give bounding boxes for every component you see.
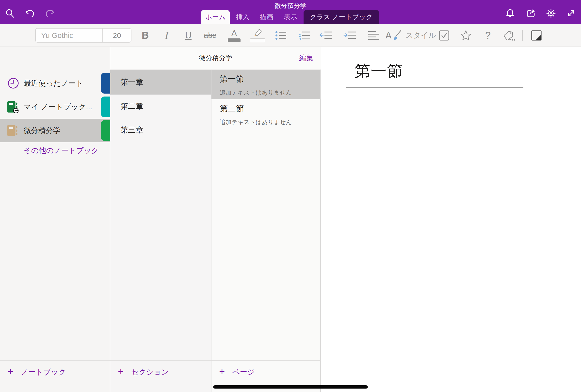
page-item-2[interactable]: 第二節 追加テキストはありません [211, 99, 320, 129]
notebooks-panel: 最近使ったノート マイ ノートブック... [0, 47, 110, 392]
main-area: 最近使ったノート マイ ノートブック... [0, 47, 581, 392]
page-item-1[interactable]: 第一節 追加テキストはありません [211, 70, 320, 99]
sections-panel: 第一章 第二章 第三章 + セクション [110, 47, 211, 392]
tag-icon [503, 30, 516, 41]
notebook-header-title: 微分積分学 [110, 54, 321, 62]
plus-icon: + [219, 367, 225, 376]
section-item-2[interactable]: 第二章 [110, 94, 211, 118]
page-title[interactable]: 第一節 [355, 60, 403, 82]
highlighter-icon [250, 28, 265, 42]
share-icon[interactable] [525, 8, 537, 19]
toolbar-divider [523, 30, 523, 41]
outdent-button[interactable] [319, 28, 333, 42]
indent-button[interactable] [343, 28, 357, 42]
clock-icon [7, 77, 20, 90]
tab-draw[interactable]: 描画 [256, 10, 277, 24]
notebook-header: 微分積分学 編集 [110, 47, 321, 70]
add-notebook-button[interactable]: + ノートブック [0, 360, 110, 392]
alignment-icon [368, 30, 379, 41]
underline-button[interactable]: U [181, 28, 195, 42]
tag-button[interactable] [503, 28, 516, 42]
sidebar-item-calculus-notebook[interactable]: 微分積分学 [0, 119, 110, 142]
numbered-list-button[interactable]: 123 [298, 28, 311, 42]
bell-icon[interactable] [504, 8, 516, 19]
tab-view[interactable]: 表示 [280, 10, 301, 24]
plus-icon: + [8, 367, 13, 376]
checkbox-icon [439, 30, 450, 41]
document-title: 微分積分学 [0, 2, 581, 10]
expand-icon[interactable] [565, 8, 577, 19]
page-canvas[interactable]: 第一節 [321, 47, 581, 392]
todo-checkbox-button[interactable] [437, 28, 451, 42]
tab-home[interactable]: ホーム [201, 10, 230, 24]
brush-icon [392, 30, 402, 41]
section-item-1[interactable]: 第一章 [110, 70, 211, 94]
font-picker: Yu Gothic 20 [35, 28, 131, 42]
plus-icon: + [118, 367, 124, 376]
help-button[interactable]: ? [481, 28, 495, 42]
styles-button[interactable]: A スタイル [386, 28, 436, 42]
page-corner-icon [531, 30, 542, 41]
font-name-select[interactable]: Yu Gothic [36, 28, 103, 42]
alignment-button[interactable] [367, 28, 380, 42]
more-notebooks-link[interactable]: その他のノートブック [24, 146, 99, 156]
page-panel-button[interactable] [530, 28, 543, 42]
tab-class-notebook[interactable]: クラス ノートブック [304, 10, 379, 24]
star-button[interactable] [459, 28, 473, 42]
home-indicator[interactable] [213, 385, 368, 388]
pages-panel: 第一節 追加テキストはありません 第二節 追加テキストはありません + ページ [211, 47, 321, 392]
svg-text:2: 2 [299, 34, 301, 38]
outdent-icon [320, 30, 332, 41]
indent-icon [343, 30, 356, 41]
tab-insert[interactable]: 挿入 [232, 10, 254, 24]
gear-icon[interactable] [545, 8, 557, 19]
ribbon-tabs: ホーム 挿入 描画 表示 クラス ノートブック [201, 10, 379, 24]
title-bar: 微分積分学 ホーム 挿入 描画 表示 クラス ノートブック [0, 0, 581, 24]
font-size-select[interactable]: 20 [103, 28, 131, 42]
svg-text:3: 3 [299, 37, 301, 41]
formatting-toolbar: Yu Gothic 20 B I U abc A 123 [0, 24, 581, 47]
title-underline [346, 88, 523, 88]
notebook-tab-teal[interactable] [101, 96, 110, 117]
numbered-list-icon: 123 [298, 30, 311, 41]
styles-icon: A [386, 30, 391, 41]
section-item-3[interactable]: 第三章 [110, 118, 211, 142]
star-icon [460, 30, 472, 41]
font-color-button[interactable]: A [227, 28, 241, 42]
italic-button[interactable]: I [160, 28, 174, 42]
sidebar-item-my-notebook[interactable]: マイ ノートブック... [0, 95, 110, 119]
edit-button[interactable]: 編集 [299, 53, 313, 63]
bold-button[interactable]: B [138, 28, 152, 42]
bullet-list-icon [275, 30, 287, 41]
svg-text:1: 1 [299, 30, 301, 34]
add-section-button[interactable]: + セクション [110, 360, 211, 392]
notebook-tab-green[interactable] [101, 120, 110, 141]
highlight-button[interactable] [251, 28, 264, 42]
notebook-green-icon [7, 100, 20, 113]
font-color-icon: A [228, 29, 241, 42]
notebook-tan-icon [7, 124, 20, 137]
notebook-tab-blue[interactable] [101, 73, 110, 94]
strikethrough-button[interactable]: abc [203, 28, 217, 42]
sidebar-item-recent-notes[interactable]: 最近使ったノート [0, 72, 110, 95]
bullet-list-button[interactable] [274, 28, 288, 42]
